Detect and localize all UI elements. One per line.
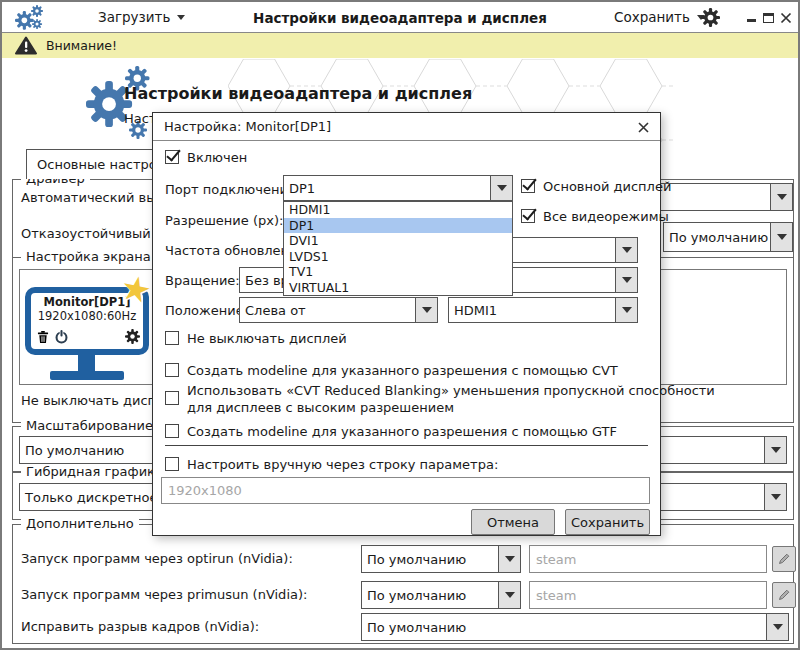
primusrun-combobox-value: По умолчанию <box>362 582 498 608</box>
close-icon <box>780 12 792 24</box>
cvt-reduced-blanking-label-line1: Использовать «CVT Reduced Blanking» умен… <box>187 383 715 398</box>
port-combobox-value: DP1 <box>284 176 490 200</box>
keep-display-on-checkbox[interactable] <box>165 331 179 345</box>
app-logo-gears-icon <box>15 5 45 31</box>
dialog-separator <box>165 445 648 446</box>
load-menu-label: Загрузить <box>98 9 170 25</box>
port-option[interactable]: TV1 <box>284 264 512 280</box>
rotation-label: Вращение: <box>165 273 240 288</box>
chevron-down-icon <box>615 268 637 292</box>
additional-group: Дополнительно Запуск программ через opti… <box>12 524 794 644</box>
monitor-settings-gear-icon[interactable] <box>125 329 140 344</box>
position-combobox-value: Слева от <box>240 298 415 322</box>
save-menu-button[interactable]: Сохранить <box>614 9 705 25</box>
chevron-down-icon <box>770 184 792 210</box>
cvt-reduced-blanking-checkbox[interactable] <box>165 391 179 405</box>
page-subtitle-text: Настройка <box>124 111 152 125</box>
port-label: Порт подключения: <box>165 182 300 197</box>
additional-group-legend: Дополнительно <box>21 516 139 531</box>
chevron-down-icon <box>764 437 786 463</box>
dialog-close-icon[interactable] <box>637 121 650 134</box>
screen-setup-legend: Настройка экрана <box>21 249 156 264</box>
port-option-selected[interactable]: DP1 <box>284 218 512 234</box>
enabled-label: Включен <box>187 150 247 165</box>
window-title: Настройки видеоадаптера и дисплея <box>253 10 547 26</box>
manual-config-checkbox[interactable] <box>165 457 179 471</box>
optirun-label: Запуск программ через optirun (nVidia): <box>21 551 293 566</box>
settings-gear-button[interactable] <box>701 8 720 27</box>
manual-config-input[interactable] <box>161 477 650 504</box>
driver-failsafe-combobox[interactable]: По умолчанию <box>663 222 793 252</box>
port-option[interactable]: HDMI1 <box>284 202 512 218</box>
tab-main-settings[interactable]: Основные настройки <box>26 149 154 179</box>
close-window-button[interactable] <box>779 11 793 25</box>
chevron-down-icon <box>177 15 185 20</box>
all-modes-label: Все видеорежимы <box>543 209 669 224</box>
keep-display-on-label: Не выключать дисплей <box>187 331 347 346</box>
chevron-down-icon <box>498 546 520 572</box>
warning-triangle-icon <box>15 36 37 55</box>
chevron-down-icon <box>490 176 512 200</box>
primusrun-label: Запуск программ через primusun (nVidia): <box>21 587 307 602</box>
monitor-stand-neck <box>78 355 95 372</box>
delete-monitor-trash-icon[interactable] <box>37 330 49 344</box>
tearfree-combobox[interactable]: По умолчанию <box>361 613 789 641</box>
minimize-icon <box>747 19 756 22</box>
pencil-icon <box>777 588 791 602</box>
warning-bar: Внимание! <box>2 33 798 58</box>
primusrun-command-input[interactable] <box>529 581 767 609</box>
toolbar: Загрузить Настройки видеоадаптера и дисп… <box>2 2 798 33</box>
manual-config-label: Настроить вручную через строку параметра… <box>187 457 498 472</box>
cvt-reduced-blanking-label-line2: для дисплеев с высоким разрешением <box>187 400 454 415</box>
optirun-combobox[interactable]: По умолчанию <box>361 545 521 573</box>
chevron-down-icon <box>615 238 637 262</box>
cvt-modeline-checkbox[interactable] <box>165 363 179 377</box>
save-menu-label: Сохранить <box>614 9 690 25</box>
primary-display-checkbox[interactable] <box>521 179 535 193</box>
save-button[interactable]: Сохранить <box>565 509 650 535</box>
port-combobox[interactable]: DP1 <box>283 175 513 201</box>
gtf-modeline-checkbox[interactable] <box>165 424 179 438</box>
optirun-command-input[interactable] <box>529 545 767 573</box>
warning-text: Внимание! <box>46 38 117 53</box>
primusrun-edit-button[interactable] <box>772 582 796 608</box>
tearfree-combobox-value: По умолчанию <box>362 614 766 640</box>
all-modes-checkbox[interactable] <box>521 209 535 223</box>
dialog-titlebar[interactable]: Настройка: Monitor[DP1] <box>153 113 660 141</box>
chevron-down-icon <box>498 582 520 608</box>
header-gears-icon <box>86 66 152 142</box>
chevron-down-icon <box>770 223 792 251</box>
tearfree-label: Исправить разрыв кадров (nVidia): <box>21 619 259 634</box>
minimize-button[interactable] <box>744 11 758 25</box>
dialog-title: Настройка: Monitor[DP1] <box>164 119 331 134</box>
cancel-button[interactable]: Отмена <box>471 509 555 535</box>
primusrun-combobox[interactable]: По умолчанию <box>361 581 521 609</box>
maximize-button[interactable] <box>761 11 775 25</box>
port-option[interactable]: VIRTUAL1 <box>284 280 512 296</box>
chevron-down-icon <box>415 298 437 322</box>
position-combobox[interactable]: Слева от <box>239 297 438 323</box>
chevron-down-icon <box>766 614 788 640</box>
position-target-combobox-value: HDMI1 <box>449 298 615 322</box>
chevron-down-icon <box>764 484 786 510</box>
load-menu-button[interactable]: Загрузить <box>98 9 185 25</box>
port-dropdown-list: HDMI1 DP1 DVI1 LVDS1 TV1 VIRTUAL1 <box>283 201 513 296</box>
pencil-icon <box>777 552 791 566</box>
position-target-combobox[interactable]: HDMI1 <box>448 297 638 323</box>
page-title: Настройки видеоадаптера и дисплея <box>124 86 472 101</box>
hybrid-group-legend: Гибридная графика <box>21 464 168 479</box>
monitor-mode: 1920x1080:60Hz <box>31 309 143 323</box>
optirun-edit-button[interactable] <box>772 546 796 572</box>
primary-display-label: Основной дисплей <box>543 179 671 194</box>
primary-star-icon: ★ <box>118 271 154 307</box>
port-option[interactable]: DVI1 <box>284 233 512 249</box>
driver-failsafe-combobox-value: По умолчанию <box>664 223 770 251</box>
enabled-checkbox[interactable] <box>165 150 179 164</box>
chevron-down-icon <box>615 298 637 322</box>
power-toggle-icon[interactable] <box>54 329 69 344</box>
gtf-modeline-label: Создать modeline для указанного разрешен… <box>187 424 617 439</box>
page-subtitle-clipped: Настройка <box>124 108 152 125</box>
maximize-icon <box>763 13 774 23</box>
port-option[interactable]: LVDS1 <box>284 249 512 265</box>
monitor-settings-dialog: Настройка: Monitor[DP1] Включен Порт под… <box>152 112 661 536</box>
